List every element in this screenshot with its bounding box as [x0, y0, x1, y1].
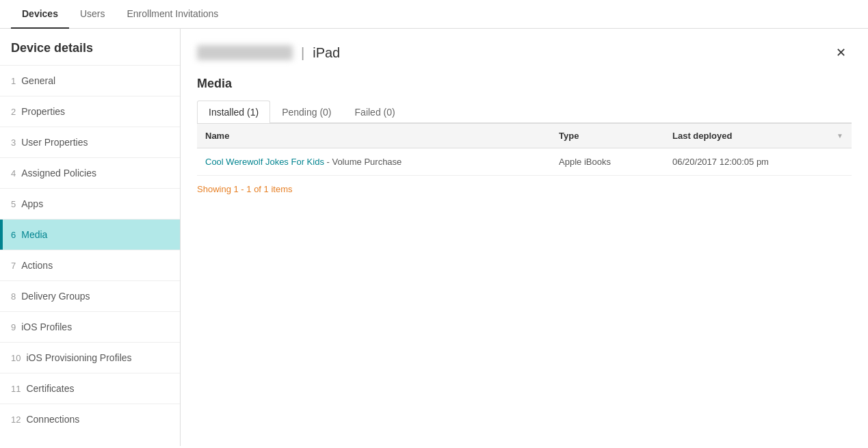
- sidebar-item-number: 8: [11, 291, 16, 302]
- tab-devices[interactable]: Devices: [11, 0, 69, 29]
- cell-last-deployed: 06/20/2017 12:00:05 pm: [664, 148, 852, 176]
- sidebar-item-number: 9: [11, 322, 16, 332]
- media-table: Name Type Last deployed ▼: [197, 123, 852, 176]
- showing-prefix: Showing: [197, 184, 233, 194]
- device-model: iPad: [313, 45, 340, 61]
- showing-middle: of: [252, 184, 264, 194]
- sidebar-item-number: 10: [11, 353, 21, 363]
- sidebar-item-label: iOS Provisioning Profiles: [26, 352, 131, 363]
- tab-enrollment-invitations[interactable]: Enrollment Invitations: [116, 0, 230, 29]
- column-header-name: Name: [197, 124, 551, 148]
- sidebar-item-number: 12: [11, 414, 21, 425]
- showing-range-start: 1: [233, 184, 238, 194]
- sidebar-item-label: Apps: [21, 198, 43, 209]
- sidebar-item-number: 11: [11, 384, 21, 394]
- sidebar-item-number: 1: [11, 76, 16, 86]
- sidebar-item-label: Actions: [21, 260, 53, 271]
- sidebar-item-label: Connections: [26, 414, 79, 425]
- showing-suffix: items: [269, 184, 293, 194]
- showing-range-end: 1: [246, 184, 251, 194]
- sidebar-item-label: General: [21, 75, 55, 86]
- sidebar-item-assigned-policies[interactable]: 4 Assigned Policies: [0, 157, 180, 188]
- sidebar-item-media[interactable]: 6 Media: [0, 219, 180, 250]
- sidebar-item-label: Delivery Groups: [21, 291, 90, 302]
- sidebar-item-label: Certificates: [26, 383, 74, 394]
- section-title: Media: [197, 77, 852, 91]
- device-name: | iPad: [197, 45, 340, 61]
- tab-pending[interactable]: Pending (0): [270, 101, 343, 123]
- showing-separator: -: [239, 184, 247, 194]
- sidebar-item-ios-profiles[interactable]: 9 iOS Profiles: [0, 311, 180, 342]
- sidebar-item-number: 6: [11, 230, 16, 240]
- close-button[interactable]: ✕: [830, 42, 852, 63]
- sidebar-item-number: 4: [11, 168, 16, 179]
- sidebar-item-actions[interactable]: 7 Actions: [0, 250, 180, 280]
- tab-failed[interactable]: Failed (0): [343, 101, 407, 123]
- sidebar-item-number: 5: [11, 199, 16, 209]
- cell-type: Apple iBooks: [551, 148, 664, 176]
- sidebar-item-label: User Properties: [21, 137, 88, 148]
- sidebar-item-properties[interactable]: 2 Properties: [0, 96, 180, 127]
- device-name-separator: |: [301, 45, 304, 61]
- content-area: | iPad ✕ Media Installed (1) Pending (0)…: [181, 29, 868, 446]
- device-identifier: [197, 45, 293, 60]
- sidebar-item-delivery-groups[interactable]: 8 Delivery Groups: [0, 280, 180, 311]
- tab-users[interactable]: Users: [69, 0, 116, 29]
- sidebar-item-label: Assigned Policies: [21, 168, 96, 179]
- media-tab-bar: Installed (1) Pending (0) Failed (0): [197, 101, 852, 123]
- sidebar-item-connections[interactable]: 12 Connections: [0, 404, 180, 434]
- tab-installed[interactable]: Installed (1): [197, 101, 270, 123]
- sidebar-item-ios-provisioning-profiles[interactable]: 10 iOS Provisioning Profiles: [0, 342, 180, 373]
- top-navigation: Devices Users Enrollment Invitations: [0, 0, 868, 29]
- column-header-last-deployed[interactable]: Last deployed ▼: [664, 124, 852, 148]
- main-layout: Device details 1 General 2 Properties 3 …: [0, 29, 868, 446]
- sidebar-item-number: 7: [11, 261, 16, 271]
- showing-text: Showing 1 - 1 of 1 items: [197, 184, 852, 194]
- sidebar-item-certificates[interactable]: 11 Certificates: [0, 373, 180, 404]
- sidebar-item-user-properties[interactable]: 3 User Properties: [0, 127, 180, 157]
- table-header-row: Name Type Last deployed ▼: [197, 124, 852, 148]
- showing-total: 1: [264, 184, 269, 194]
- sidebar-item-label: iOS Profiles: [21, 321, 72, 332]
- sidebar-item-number: 3: [11, 137, 16, 148]
- device-header: | iPad ✕: [197, 42, 852, 63]
- table-row: Cool Werewolf Jokes For Kids - Volume Pu…: [197, 148, 852, 176]
- sidebar-item-label: Properties: [21, 106, 65, 117]
- cell-name: Cool Werewolf Jokes For Kids - Volume Pu…: [197, 148, 551, 176]
- sidebar-item-number: 2: [11, 107, 16, 117]
- media-name-suffix: - Volume Purchase: [324, 157, 402, 167]
- sidebar: Device details 1 General 2 Properties 3 …: [0, 29, 181, 446]
- media-name-link[interactable]: Cool Werewolf Jokes For Kids: [205, 157, 324, 167]
- sidebar-title: Device details: [0, 29, 180, 65]
- sort-icon: ▼: [837, 132, 843, 140]
- column-header-type: Type: [551, 124, 664, 148]
- sidebar-item-apps[interactable]: 5 Apps: [0, 188, 180, 219]
- sidebar-item-general[interactable]: 1 General: [0, 65, 180, 96]
- sidebar-item-label: Media: [21, 229, 47, 240]
